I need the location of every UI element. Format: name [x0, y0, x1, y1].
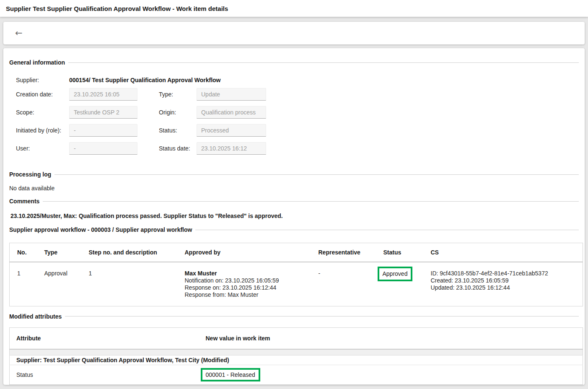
section-general-information: General information: [9, 59, 579, 66]
modified-attributes-table: Attribute New value in work item Supplie…: [9, 327, 583, 385]
section-title: Modified attributes: [9, 313, 62, 320]
column-header-type: Type: [37, 243, 81, 262]
cs-id-line: ID: 9cf43018-55b7-4ef2-81e4-71ceb1ab5372: [431, 270, 583, 277]
new-value-badge: 000001 - Released: [201, 368, 260, 381]
cell-attribute: Status: [10, 365, 199, 384]
section-title: Comments: [9, 198, 39, 205]
column-header-representative: Representative: [311, 243, 376, 262]
section-title: Processing log: [9, 171, 51, 178]
work-item-details-page: Supplier Test Supplier Qualification App…: [0, 0, 588, 389]
creation-date-field[interactable]: [69, 88, 137, 101]
group-header-row: Supplier: Test Supplier Qualification Ap…: [10, 355, 583, 365]
field-label: Creation date:: [16, 91, 69, 98]
section-approval-workflow: Supplier approval workflow - 000003 / Su…: [9, 226, 579, 233]
column-header-step: Step no. and description: [81, 243, 177, 262]
cell-cs: ID: 9cf43018-55b7-4ef2-81e4-71ceb1ab5372…: [423, 262, 583, 306]
group-header-text: Supplier: Test Supplier Qualification Ap…: [10, 355, 583, 365]
form-row: Creation date: Type:: [16, 88, 579, 101]
field-label: Type:: [159, 91, 197, 98]
field-label: User:: [16, 145, 69, 152]
approval-workflow-table: No. Type Step no. and description Approv…: [9, 243, 583, 306]
cell-representative: -: [311, 262, 376, 306]
field-label: Status date:: [159, 145, 197, 152]
no-data-text: No data available: [9, 185, 579, 192]
column-header-cs: CS: [423, 243, 583, 262]
approver-name: Max Muster: [185, 270, 311, 277]
supplier-label: Supplier:: [16, 77, 69, 83]
status-field[interactable]: [197, 124, 266, 137]
back-button[interactable]: ←: [13, 27, 25, 39]
page-title: Supplier Test Supplier Qualification App…: [6, 5, 228, 12]
response-from-line: Response from: Max Muster: [185, 291, 311, 298]
status-date-field[interactable]: [197, 142, 266, 155]
toolbar: ←: [3, 22, 585, 44]
table-row: Status 000001 - Released: [10, 365, 583, 384]
title-bar: Supplier Test Supplier Qualification App…: [0, 0, 588, 17]
column-header-approved-by: Approved by: [177, 243, 311, 262]
cell-approved-by: Max Muster Notification on: 23.10.2025 1…: [177, 262, 311, 306]
field-label: Scope:: [16, 109, 69, 116]
supplier-row: Supplier: 000154/ Test Supplier Qualific…: [16, 76, 579, 84]
cell-type: Approval: [37, 262, 81, 306]
group-spacer-row: [10, 349, 583, 355]
cell-status: Approved: [376, 262, 423, 306]
field-label: Initiated by (role):: [16, 127, 69, 134]
table-header-row: Attribute New value in work item: [10, 327, 583, 349]
column-header-no: No.: [10, 243, 37, 262]
cs-created-line: Created: 23.10.2025 16:05:59: [431, 277, 583, 284]
field-label: Status:: [159, 127, 197, 134]
type-field[interactable]: [197, 88, 266, 101]
response-on-line: Response on: 23.10.2025 16:12:44: [185, 284, 311, 291]
form-row: User: Status date:: [16, 142, 579, 155]
user-field[interactable]: [69, 142, 137, 155]
comment-entry: 23.10.2025/Muster, Max: Qualification pr…: [10, 213, 579, 219]
form-row: Initiated by (role): Status:: [16, 124, 579, 137]
back-arrow-icon: ←: [15, 28, 23, 38]
form-row: Scope: Origin:: [16, 106, 579, 119]
section-comments: Comments: [9, 198, 579, 205]
status-badge: Approved: [378, 267, 413, 281]
table-header-row: No. Type Step no. and description Approv…: [10, 243, 583, 262]
cell-new-value: 000001 - Released: [199, 365, 583, 384]
initiated-by-field[interactable]: [69, 124, 137, 137]
column-header-new-value: New value in work item: [199, 327, 583, 349]
cell-step: 1: [81, 262, 177, 306]
table-row: 1 Approval 1 Max Muster Notification on:…: [10, 262, 583, 306]
section-title: Supplier approval workflow - 000003 / Su…: [9, 226, 192, 233]
cs-updated-line: Updated: 23.10.2025 16:12:44: [431, 284, 583, 291]
cell-no: 1: [10, 262, 37, 306]
supplier-value: 000154/ Test Supplier Qualification Appr…: [69, 77, 221, 83]
section-processing-log: Processing log: [9, 171, 579, 178]
notification-on-line: Notification on: 23.10.2025 16:05:59: [185, 277, 311, 284]
origin-field[interactable]: [197, 106, 266, 119]
column-header-status: Status: [376, 243, 423, 262]
scope-field[interactable]: [69, 106, 137, 119]
field-label: Origin:: [159, 109, 197, 116]
column-header-attribute: Attribute: [10, 327, 199, 349]
section-title: General information: [9, 59, 65, 66]
details-card: General information Supplier: 000154/ Te…: [3, 48, 585, 385]
section-modified-attributes: Modified attributes: [9, 313, 579, 320]
